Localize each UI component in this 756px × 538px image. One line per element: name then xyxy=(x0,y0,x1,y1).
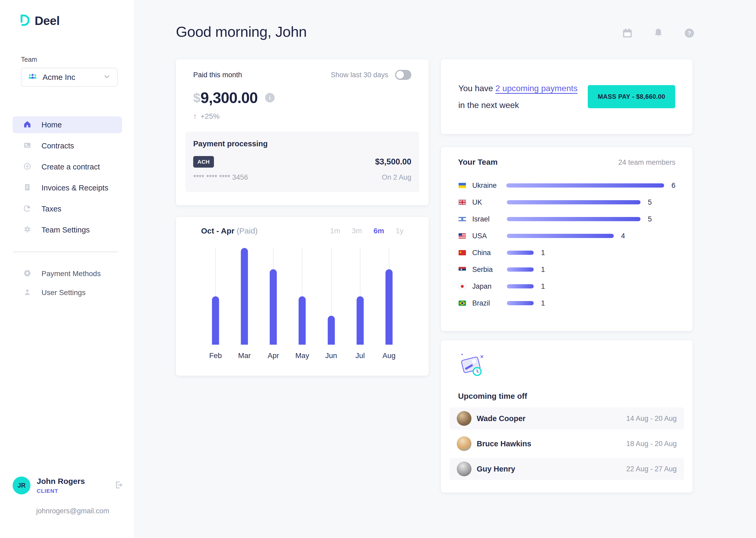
sidebar-item-taxes[interactable]: Taxes xyxy=(13,200,122,217)
team-selector-value: Acme Inc xyxy=(42,73,98,82)
user-name: John Rogers xyxy=(37,477,114,486)
processing-date: On 2 Aug xyxy=(382,173,411,182)
team-selector-dropdown[interactable]: Acme Inc xyxy=(21,68,118,87)
list-item[interactable]: Guy Henry 22 Aug - 27 Aug xyxy=(449,458,684,480)
country-bar xyxy=(507,301,534,305)
bell-icon[interactable] xyxy=(653,27,664,39)
timeoff-illustration-icon xyxy=(458,351,487,380)
bar-column xyxy=(375,247,403,345)
timeoff-title: Upcoming time off xyxy=(458,392,684,401)
bar-column xyxy=(259,247,288,345)
sidebar-item-label: Contracts xyxy=(41,141,74,150)
bar xyxy=(241,248,248,345)
tab-3m[interactable]: 3m xyxy=(352,227,362,235)
avatar: JR xyxy=(13,476,30,494)
sidebar-item-contracts[interactable]: Contracts xyxy=(13,137,122,154)
svg-text:?: ? xyxy=(687,30,691,36)
x-tick-label: Jun xyxy=(317,351,346,360)
upcoming-payments-card: You have 2 upcoming payments in the next… xyxy=(441,59,692,134)
date-range: 22 Aug - 27 Aug xyxy=(626,465,677,473)
team-country-list: Ukraine6UK5Israel5USA4China1Serbia1Japan… xyxy=(458,177,676,311)
header-actions: ? xyxy=(622,27,695,39)
sidebar-item-label: Team Settings xyxy=(41,226,90,234)
tab-1y[interactable]: 1y xyxy=(396,227,403,235)
secondary-nav: Payment Methods User Settings xyxy=(13,265,122,303)
upcoming-payments-text: You have 2 upcoming payments in the next… xyxy=(458,80,578,114)
bar xyxy=(270,269,277,345)
bar-column xyxy=(288,247,316,345)
japan-flag-icon xyxy=(458,282,466,291)
help-icon[interactable]: ? xyxy=(684,27,695,39)
tab-1m[interactable]: 1m xyxy=(330,227,340,235)
country-count: 1 xyxy=(541,282,545,291)
x-tick-label: Jul xyxy=(346,351,375,360)
user-block: JR John Rogers CLIENT johnrogers@gmail.c… xyxy=(13,476,123,515)
usa-flag-icon xyxy=(458,232,466,240)
country-bar xyxy=(507,200,640,204)
bar-column xyxy=(201,247,230,345)
timeoff-list: Wade Cooper 14 Aug - 20 Aug Bruce Hawkin… xyxy=(449,407,684,480)
sidebar-item-create-contract[interactable]: Create a contract xyxy=(13,158,122,175)
currency-symbol: $ xyxy=(193,90,201,105)
home-icon xyxy=(23,120,31,130)
main-content: Good morning, John ? Paid this month Sho… xyxy=(135,0,756,538)
show-last-30-days-toggle[interactable] xyxy=(395,70,411,80)
your-team-card: Your Team 24 team members Ukraine6UK5Isr… xyxy=(441,147,692,331)
country-count: 1 xyxy=(541,299,545,307)
sidebar-item-user-settings[interactable]: User Settings xyxy=(13,284,122,301)
tab-6m[interactable]: 6m xyxy=(374,227,384,235)
chart-title: Oct - Apr (Paid) xyxy=(201,227,258,235)
x-tick-label: May xyxy=(288,351,316,360)
x-tick-label: Apr xyxy=(259,351,288,360)
sidebar-item-team-settings[interactable]: Team Settings xyxy=(13,221,122,238)
logout-icon[interactable] xyxy=(114,480,123,490)
processing-title: Payment processing xyxy=(193,139,411,148)
paid-chart-card: Oct - Apr (Paid) 1m 3m 6m 1y FebMarAprMa… xyxy=(176,217,429,376)
user-email: johnrogers@gmail.com xyxy=(36,507,123,515)
country-label: UK xyxy=(472,198,507,206)
calendar-icon[interactable] xyxy=(622,27,633,39)
star-circle-icon xyxy=(23,269,31,279)
bar-chart xyxy=(201,247,403,345)
country-bar xyxy=(506,183,664,188)
uk-flag-icon xyxy=(458,198,466,206)
gear-icon xyxy=(23,225,31,235)
paid-this-month-card: Paid this month Show last 30 days $9,300… xyxy=(176,59,429,205)
country-bar xyxy=(507,234,614,238)
country-label: Ukraine xyxy=(472,182,506,190)
sidebar-item-label: Invoices & Receipts xyxy=(41,184,109,192)
bar-chart-x-labels: FebMarAprMayJunJulAug xyxy=(201,351,403,360)
sidebar-item-payment-methods[interactable]: Payment Methods xyxy=(13,265,122,282)
list-item[interactable]: Wade Cooper 14 Aug - 20 Aug xyxy=(449,407,684,430)
sidebar-item-home[interactable]: Home xyxy=(13,116,122,133)
plus-circle-icon xyxy=(23,162,31,172)
mass-pay-button[interactable]: MASS PAY - $8,660.00 xyxy=(588,85,675,108)
processing-amount: $3,500.00 xyxy=(375,157,411,167)
team-row: Serbia1 xyxy=(458,261,676,278)
country-count: 5 xyxy=(648,215,652,223)
primary-nav: Home Contracts Create a contract Invoice… xyxy=(13,116,122,242)
x-tick-label: Aug xyxy=(375,351,403,360)
team-row: UK5 xyxy=(458,194,676,211)
ukraine-flag-icon xyxy=(458,181,466,190)
date-range: 14 Aug - 20 Aug xyxy=(626,414,677,423)
paid-amount: 9,300.00 xyxy=(201,89,258,106)
bar xyxy=(299,296,306,345)
info-icon[interactable]: i xyxy=(265,93,275,102)
china-flag-icon xyxy=(458,248,466,257)
country-bar xyxy=(507,250,534,255)
sidebar-item-invoices[interactable]: Invoices & Receipts xyxy=(13,180,122,196)
avatar xyxy=(457,411,471,426)
country-label: China xyxy=(472,249,507,257)
brazil-flag-icon xyxy=(458,299,466,307)
user-icon xyxy=(23,288,31,297)
country-count: 6 xyxy=(672,182,676,190)
bar xyxy=(212,296,219,345)
page-title: Good morning, John xyxy=(176,23,307,40)
person-name: Guy Henry xyxy=(477,465,626,473)
invoice-icon xyxy=(23,183,31,192)
country-label: Brazil xyxy=(472,299,507,307)
list-item[interactable]: Bruce Hawkins 18 Aug - 20 Aug xyxy=(449,433,684,455)
chevron-down-icon xyxy=(103,73,111,82)
upcoming-payments-link[interactable]: 2 upcoming payments xyxy=(495,83,578,94)
